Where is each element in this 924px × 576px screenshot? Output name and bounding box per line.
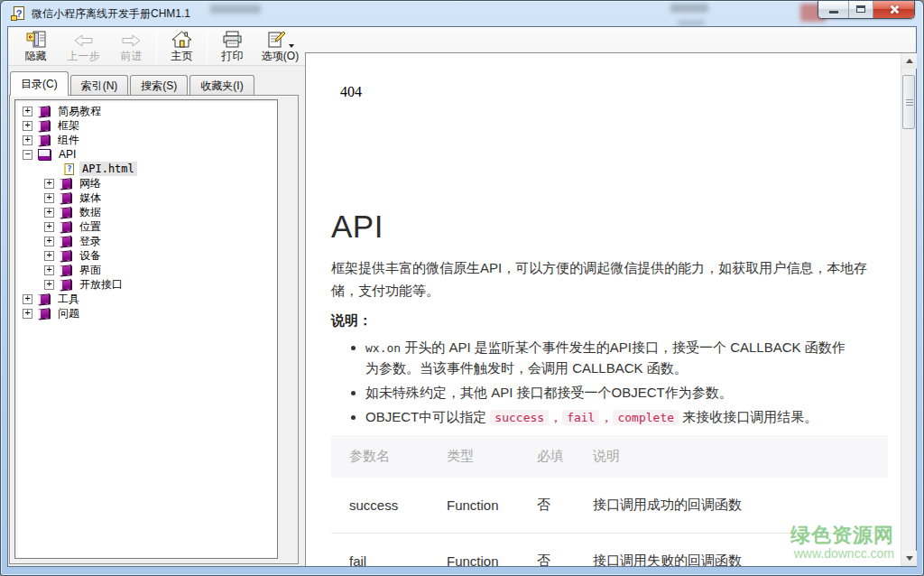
minimize-icon (829, 11, 838, 14)
chm-viewer-window: ? 微信小程序离线开发手册CHM1.1 隐藏 (0, 0, 924, 576)
toolbar-separator (207, 28, 208, 64)
closed-book-icon (38, 120, 50, 131)
closed-book-icon (60, 221, 71, 232)
expand-icon[interactable]: + (44, 237, 54, 246)
tree-item[interactable]: + 登录 (15, 234, 277, 248)
client-area: 隐藏 上一步 前进 主页 (7, 26, 917, 567)
topic-content-pane: 404 API 框架提供丰富的微信原生API，可以方便的调起微信提供的能力，如获… (305, 52, 916, 566)
tree-item[interactable]: − API (15, 147, 277, 162)
tab-label: 索引(N) (81, 79, 118, 94)
tab-contents[interactable]: 目录(C) (10, 71, 69, 96)
print-button[interactable]: 打印 (208, 27, 256, 65)
expand-icon[interactable]: + (44, 280, 54, 290)
expand-icon[interactable]: + (44, 251, 54, 261)
toolbar-button-label: 前进 (121, 49, 143, 64)
tree-item[interactable]: + 问题 (15, 306, 277, 321)
toolbar-button-label: 主页 (171, 49, 193, 64)
forward-button[interactable]: 前进 (107, 27, 155, 65)
expand-icon[interactable]: + (23, 294, 32, 304)
printer-icon (222, 29, 243, 48)
nav-tabs: 目录(C) 索引(N) 搜索(S) 收藏夹(I) (10, 71, 256, 96)
maximize-button[interactable] (849, 1, 873, 18)
scrollbar-thumb[interactable] (902, 75, 915, 129)
closed-book-icon (60, 178, 71, 189)
tree-item[interactable]: + 数据 (15, 205, 277, 219)
note-text: OBJECT中可以指定 (365, 409, 490, 424)
tree-item[interactable]: + 网络 (15, 176, 277, 190)
expand-icon[interactable]: + (44, 208, 54, 218)
home-icon (171, 29, 192, 48)
note-item: wx.on 开头的 API 是监听某个事件发生的API接口，接受一个 CALLB… (365, 338, 855, 378)
collapse-icon[interactable]: − (23, 150, 32, 160)
closed-book-icon (38, 135, 50, 145)
note-text: 开头的 API 是监听某个事件发生的API接口，接受一个 CALLBACK 函数… (365, 339, 845, 376)
toolbar-separator (156, 28, 157, 64)
close-button[interactable] (873, 1, 914, 18)
document-body: 404 API 框架提供丰富的微信原生API，可以方便的调起微信提供的能力，如获… (306, 53, 901, 566)
toolbar-button-label: 打印 (222, 49, 244, 64)
expand-icon[interactable]: + (23, 309, 32, 319)
thumb-grip-icon (906, 99, 913, 107)
param-type: Function (429, 478, 519, 534)
tree-item[interactable]: + 界面 (15, 263, 277, 277)
minimize-button[interactable] (818, 1, 849, 18)
arrow-up-icon (906, 59, 913, 63)
expand-icon[interactable]: + (44, 193, 54, 203)
window-controls (818, 1, 915, 19)
options-button[interactable]: 选项(O) (256, 27, 304, 65)
expand-icon[interactable]: + (44, 265, 54, 275)
expand-icon[interactable]: + (23, 121, 32, 131)
contents-tree[interactable]: + 简易教程 + 框架 + 组件 − (14, 99, 278, 559)
tree-item[interactable]: + 设备 (15, 248, 277, 263)
expand-icon[interactable]: + (23, 135, 32, 145)
expand-icon[interactable]: + (44, 179, 54, 189)
notes-heading: 说明： (331, 312, 888, 330)
window-title: 微信小程序离线开发手册CHM1.1 (32, 6, 190, 22)
blurred-watermark (678, 20, 705, 26)
closed-book-icon (60, 250, 71, 261)
tree-item[interactable]: + 组件 (15, 133, 277, 147)
contents-tab-page: + 简易教程 + 框架 + 组件 − (9, 95, 299, 564)
navigation-pane: 目录(C) 索引(N) 搜索(S) 收藏夹(I) + 简易教程 + 框架 (8, 66, 300, 566)
scroll-up-button[interactable] (901, 53, 917, 69)
tab-label: 搜索(S) (141, 79, 177, 94)
dropdown-arrow-icon (289, 44, 294, 48)
back-button[interactable]: 上一步 (60, 27, 107, 65)
closed-book-icon (38, 293, 50, 304)
expand-icon[interactable]: + (23, 107, 32, 116)
param-type: Function (429, 534, 519, 567)
inline-code: fail (562, 410, 599, 425)
hide-button[interactable]: 隐藏 (12, 27, 60, 65)
tree-item-selected[interactable]: ? API.html (15, 162, 277, 176)
scroll-down-button[interactable] (901, 551, 917, 566)
title-bar[interactable]: ? 微信小程序离线开发手册CHM1.1 (1, 1, 923, 26)
inline-code: complete (613, 410, 679, 425)
tab-favorites[interactable]: 收藏夹(I) (189, 75, 254, 96)
parameters-table: 参数名 类型 必填 说明 success Function 否 接口调用成功的回… (331, 435, 888, 566)
tree-item[interactable]: + 位置 (15, 219, 277, 234)
home-button[interactable]: 主页 (158, 27, 206, 65)
page-title: API (331, 209, 888, 245)
toolbar-button-label: 上一步 (68, 49, 100, 64)
inline-code: wx.on (365, 341, 401, 355)
expand-icon[interactable]: + (44, 222, 54, 232)
vertical-scrollbar[interactable] (901, 53, 916, 566)
table-header-row: 参数名 类型 必填 说明 (331, 435, 888, 478)
col-header: 说明 (575, 435, 888, 478)
blurred-watermark (670, 4, 708, 13)
param-name: success (331, 478, 429, 534)
tree-item-label: API (56, 147, 79, 162)
arrow-down-icon (906, 556, 913, 561)
table-row: fail Function 否 接口调用失败的回调函数 (331, 534, 888, 567)
tab-search[interactable]: 搜索(S) (130, 75, 188, 96)
blurred-watermark (210, 5, 261, 14)
tab-index[interactable]: 索引(N) (70, 75, 129, 96)
closed-book-icon (60, 192, 71, 203)
note-text: 来接收接口调用结果。 (679, 409, 818, 424)
tree-item[interactable]: + 媒体 (15, 190, 277, 205)
note-item: OBJECT中可以指定 success，fail，complete 来接收接口调… (365, 407, 855, 428)
forward-arrow-icon (121, 29, 142, 48)
param-description: 接口调用成功的回调函数 (575, 478, 888, 534)
col-header: 参数名 (331, 435, 429, 478)
options-icon (266, 29, 294, 48)
